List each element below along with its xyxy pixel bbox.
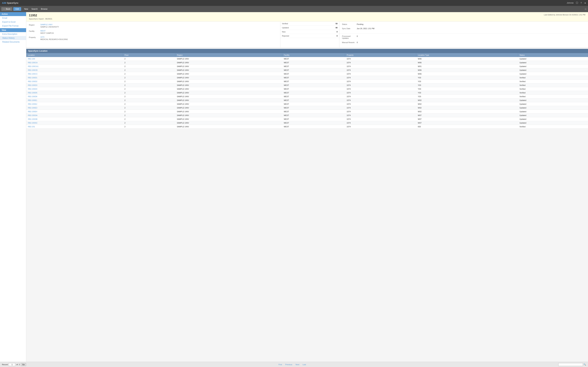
cell-floor: 2 (123, 61, 175, 65)
cell-location[interactable]: RB2-200CC (26, 72, 123, 76)
cell-location[interactable]: RB2-200E4 (26, 110, 123, 114)
last-nav[interactable]: Last (303, 364, 306, 366)
stats-table: Verified 50 Updated 90 New 0 Rejected (280, 22, 339, 38)
logout-icon[interactable]: ➔ (584, 2, 586, 4)
cell-type: W06 (416, 57, 518, 61)
cell-facility: WEST (282, 80, 345, 83)
cell-type: 650 (416, 125, 518, 129)
rejected-stat-row: Rejected 0 (280, 34, 339, 38)
cell-location[interactable]: RB2-200E2 (26, 102, 123, 106)
cell-floor: 2 (123, 99, 175, 102)
cell-property: 1074 (345, 87, 416, 91)
star-icon[interactable]: ☆ (584, 8, 587, 11)
cell-floor: 2 (123, 121, 175, 125)
help-icon[interactable]: ? (580, 2, 582, 4)
table-row: RB2-200SB 2 SAMPLE UNIV WEST 1074 W07 Up… (26, 117, 588, 121)
cell-status: Updated (518, 106, 588, 110)
sidebar-item-related-docs[interactable]: Related Documents (0, 40, 26, 44)
cell-region: SAMPLE UNIV (175, 91, 282, 95)
cell-type: W02 (416, 110, 518, 114)
property-value: 1074 MEDICAL RESEARCH BUILDING (40, 36, 68, 40)
cell-location[interactable]: RB2-200CB (26, 68, 123, 72)
cell-status: Updated (518, 99, 588, 102)
region-link[interactable]: SAMPLE UNIV (40, 24, 59, 25)
back-button[interactable]: ← Back (1, 7, 12, 11)
cell-location[interactable]: RB2-200D6 (26, 95, 123, 99)
updated-stat-row: Updated 90 (280, 26, 339, 30)
cell-location[interactable]: RB2-200SA (26, 114, 123, 117)
table-row: RB2-200SC 2 SAMPLE UNIV WEST 1074 W07 Up… (26, 121, 588, 125)
sidebar-view-header: View (0, 28, 26, 32)
cell-location[interactable]: RB2-200 (26, 57, 123, 61)
cell-status: Updated (518, 110, 588, 114)
sidebar-item-extra-desc[interactable]: Extra Description (0, 32, 26, 36)
rejected-label: Rejected (280, 34, 320, 38)
cell-location[interactable]: RB2-200SC (26, 121, 123, 125)
app-logo: AiM SpaceSync (2, 2, 18, 4)
cell-location[interactable]: RB2-200E3 (26, 106, 123, 110)
cell-facility: WEST (282, 125, 345, 129)
cell-type: Y03 (416, 76, 518, 80)
sidebar-item-status-history[interactable]: Status History (0, 36, 26, 40)
cell-location[interactable]: RB2-200D3 (26, 83, 123, 87)
bottom-search-input[interactable] (558, 363, 583, 366)
table-row: RB2-200D5 2 SAMPLE UNIV WEST 1074 Y03 Ve… (26, 91, 588, 95)
previous-nav[interactable]: Previous (285, 364, 292, 366)
search-nav-item[interactable]: Search (31, 8, 38, 10)
facility-link[interactable]: WEST (40, 30, 54, 32)
table-row: RB2-200SA 2 SAMPLE UNIV WEST 1074 W07 Up… (26, 114, 588, 117)
record-number-input[interactable] (9, 363, 15, 366)
cell-facility: WEST (282, 76, 345, 80)
bottom-search-icon[interactable]: 🔍 (584, 363, 586, 366)
cell-property: 1074 (345, 76, 416, 80)
record-info: Record of 2 Go (2, 363, 26, 366)
cell-location[interactable]: RB2-200SB (26, 117, 123, 121)
facility-subtext: WEST CAMPUS (40, 32, 54, 34)
first-nav[interactable]: First (278, 364, 282, 366)
sidebar-item-export-excel[interactable]: Export to Excel (0, 20, 26, 24)
col-region: Region (175, 53, 282, 57)
cell-location[interactable]: RB2-200E1 (26, 99, 123, 102)
info-icon[interactable]: ⓘ (576, 1, 578, 4)
next-nav[interactable]: Next (296, 364, 299, 366)
edit-button[interactable]: Edit (13, 7, 21, 11)
cell-type: W06 (416, 68, 518, 72)
cell-type: W06 (416, 61, 518, 65)
go-button[interactable]: Go (21, 363, 26, 366)
cell-facility: WEST (282, 110, 345, 114)
cell-location[interactable]: RB2-200D5 (26, 91, 123, 95)
sidebar-item-email[interactable]: Email (0, 16, 26, 20)
cell-facility: WEST (282, 87, 345, 91)
manual-rework-value: 0 (357, 42, 358, 43)
logo-aim: AiM (2, 2, 6, 4)
cell-location[interactable]: RB2-200CA1 (26, 65, 123, 68)
cell-property: 1074 (345, 106, 416, 110)
cell-property: 1074 (345, 99, 416, 102)
cell-location[interactable]: RB2-200D2 (26, 80, 123, 83)
cell-location[interactable]: RB2-200D4 (26, 87, 123, 91)
col-location: Location (26, 53, 123, 57)
cell-facility: WEST (282, 121, 345, 125)
cell-location[interactable]: RB2-200D1 (26, 76, 123, 80)
new-nav-item[interactable]: New (24, 8, 28, 10)
cell-facility: WEST (282, 61, 345, 65)
cell-region: SAMPLE UNIV (175, 65, 282, 68)
cell-floor: 2 (123, 57, 175, 61)
sidebar-item-export-file[interactable]: Export File Format (0, 24, 26, 28)
status-label: Status (342, 23, 357, 25)
browse-nav-item[interactable]: Browse (41, 8, 47, 10)
cell-facility: WEST (282, 83, 345, 87)
property-link[interactable]: 1074 (40, 36, 68, 38)
right-status-panel: Status Pending Sync Date Jun 29, 2021 1:… (339, 22, 588, 47)
verified-label: Verified (280, 22, 320, 26)
cell-status: Updated (518, 121, 588, 125)
cell-region: SAMPLE UNIV (175, 57, 282, 61)
region-row: Region SAMPLE UNIV SAMPLE UNIVERSITY (29, 24, 277, 28)
cell-location[interactable]: RB2-200CA (26, 61, 123, 65)
cell-region: SAMPLE UNIV (175, 61, 282, 65)
cell-type: W02 (416, 102, 518, 106)
cell-location[interactable]: RB2-201 (26, 125, 123, 129)
table-row: RB2-200CA 2 SAMPLE UNIV WEST 1074 W06 Up… (26, 61, 588, 65)
main-layout: Action Email Export to Excel Export File… (0, 12, 588, 367)
cell-region: SAMPLE UNIV (175, 72, 282, 76)
